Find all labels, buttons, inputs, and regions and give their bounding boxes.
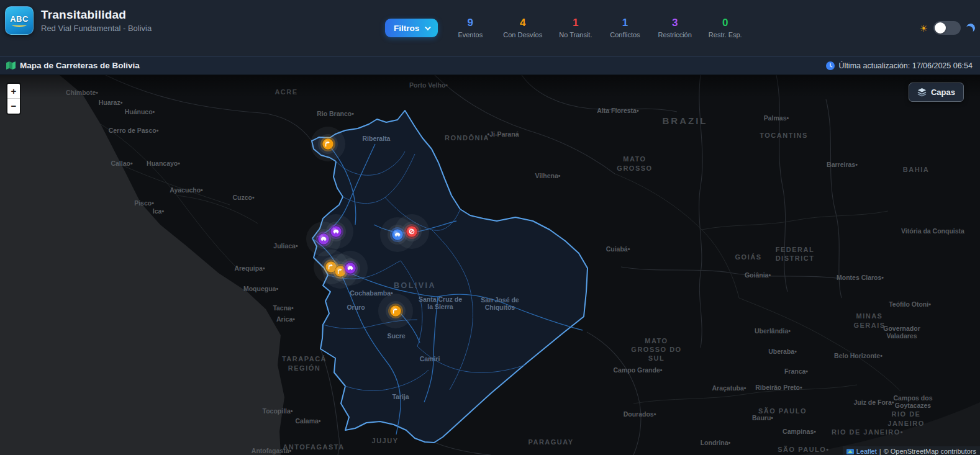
map-label: Campo Grande• — [614, 366, 663, 374]
map-label: Barreiras• — [827, 161, 858, 168]
map-label: ANTOFAGASTA — [283, 443, 344, 451]
top-vignette — [0, 75, 980, 97]
map-canvas[interactable]: Chimbote•Huaraz•Huánuco•Cerro de Pasco•C… — [0, 75, 980, 455]
brand: ABC Transitabilidad Red Vial Fundamental… — [5, 6, 152, 35]
map-label: TARAPACÁ — [282, 355, 327, 363]
map-label: Riberalta — [363, 135, 391, 142]
map-label: Chiquitos — [485, 304, 515, 311]
page-subtitle: Red Vial Fundamental - Bolivia — [41, 24, 152, 33]
map-label: Belo Horizonte• — [834, 352, 882, 359]
map-label: Valadares — [886, 332, 917, 340]
stat-value: 0 — [709, 17, 742, 29]
stat-label: Con Desvíos — [503, 31, 542, 38]
abc-logo-swoosh-icon — [12, 24, 27, 27]
map-label: TOCANTINS — [760, 132, 807, 139]
map-label: Cochabamba• — [350, 289, 393, 297]
map-label: Calama• — [295, 417, 320, 425]
map-label: Uberaba• — [768, 348, 797, 355]
osm-attribution-text: © OpenStreetMap contributors — [884, 448, 976, 455]
app-header: ABC Transitabilidad Red Vial Fundamental… — [0, 0, 980, 56]
map-label: BRAZIL — [663, 115, 708, 126]
stat-label: Conflictos — [609, 31, 641, 38]
map-title: Mapa de Carreteras de Bolivia — [20, 61, 140, 70]
stat-value: 4 — [503, 17, 542, 29]
map-svg: Chimbote•Huaraz•Huánuco•Cerro de Pasco•C… — [0, 75, 980, 455]
map-label: PARAGUAY — [528, 438, 573, 446]
map-label: Bauru• — [752, 414, 773, 421]
map-label: RIO DE JANEIRO• — [832, 428, 904, 436]
map-label: Alta Floresta• — [597, 107, 639, 114]
map-label: Campinas• — [783, 428, 816, 435]
abc-logo-text: ABC — [10, 14, 29, 24]
map-label: Teófilo Otoni• — [889, 300, 931, 308]
stat-conflictos: 1Conflictos — [609, 17, 641, 38]
map-label: Oruro — [347, 304, 365, 311]
map-label: RONDÔNIA — [445, 134, 489, 142]
map-label: RIO DE — [892, 410, 921, 418]
map-label: REGIÓN — [288, 364, 320, 372]
event-marker-restriccion[interactable] — [319, 214, 353, 249]
map-label: BAHIA — [903, 166, 929, 173]
map-label: San José de — [481, 296, 519, 304]
map-label: Huancayo• — [147, 160, 180, 167]
map-label: Juiz de Fora• — [854, 399, 894, 406]
map-toolbar: Mapa de Carreteras de Bolivia Última act… — [0, 56, 980, 75]
event-marker-con-desvio[interactable] — [311, 127, 345, 161]
map-label: Pisco• — [134, 199, 154, 207]
map-label: Governador — [883, 325, 920, 332]
map-label: •Ji-Paraná — [488, 130, 519, 138]
map-label: SUL — [648, 354, 665, 362]
zoom-in-button[interactable]: + — [7, 84, 20, 99]
stat-con-desv-os: 4Con Desvíos — [503, 17, 542, 38]
filters-button[interactable]: Filtros — [385, 19, 438, 37]
map-label: Ica• — [153, 207, 165, 215]
map-icon — [6, 61, 16, 70]
leaflet-flag-icon — [846, 449, 854, 454]
abc-logo: ABC — [5, 6, 34, 35]
last-update-text: Última actualización: 17/06/2025 06:54 — [839, 61, 973, 70]
map-label: Callao• — [111, 160, 133, 167]
map-label: Rio Branco• — [317, 110, 354, 117]
leaflet-link[interactable]: Leaflet — [856, 448, 877, 455]
event-marker-restriccion[interactable] — [333, 251, 368, 286]
map-label: GOIÁS — [735, 253, 762, 261]
stat-label: Restricción — [658, 31, 691, 38]
zoom-out-button[interactable]: − — [7, 99, 20, 114]
map-label: BOLIVIA — [394, 281, 436, 290]
map-label: Cerro de Pasco• — [109, 127, 159, 134]
stat-label: Restr. Esp. — [709, 31, 742, 38]
map-label: DISTRICT — [776, 255, 815, 262]
theme-toggle[interactable] — [933, 21, 961, 35]
map-label: Montes Claros• — [837, 274, 884, 281]
map-label: Dourados• — [624, 410, 656, 418]
map-label: Arica• — [276, 315, 295, 323]
layers-button[interactable]: Capas — [909, 83, 964, 102]
map-label: GROSSO DO — [631, 346, 681, 353]
map-label: Tacna• — [273, 304, 294, 312]
map-label: Tarija — [392, 393, 409, 400]
map-label: Ribeirão Preto• — [755, 384, 802, 391]
map-label: FEDERAL — [776, 246, 814, 253]
map-label: JANEIRO — [887, 420, 924, 427]
stat-restricci-n: 3Restricción — [658, 17, 691, 38]
moon-icon — [965, 22, 976, 33]
map-label: JUJUY — [372, 437, 399, 444]
map-label: Uberlândia• — [755, 327, 791, 335]
stat-value: 9 — [454, 17, 486, 29]
map-label: Araçatuba• — [712, 384, 746, 392]
event-marker-con-desvio[interactable] — [378, 294, 413, 328]
map-label: Palmas• — [764, 114, 789, 122]
stat-restr-esp-: 0Restr. Esp. — [709, 17, 742, 38]
page-title: Transitabilidad — [41, 8, 152, 22]
clock-icon — [826, 61, 835, 70]
event-marker-no-transitable[interactable] — [394, 214, 429, 249]
map-label: Cuiabá• — [606, 245, 630, 253]
sun-icon: ☀ — [920, 24, 928, 33]
map-label: Vilhena• — [535, 172, 561, 179]
stat-eventos: 9Eventos — [454, 17, 486, 38]
map-label: Franca• — [784, 367, 808, 375]
map-label: Cuzco• — [232, 194, 255, 201]
map-label: Goytacazes — [895, 402, 932, 409]
map-label: Moquegua• — [243, 285, 278, 292]
map-label: Londrina• — [701, 439, 731, 446]
